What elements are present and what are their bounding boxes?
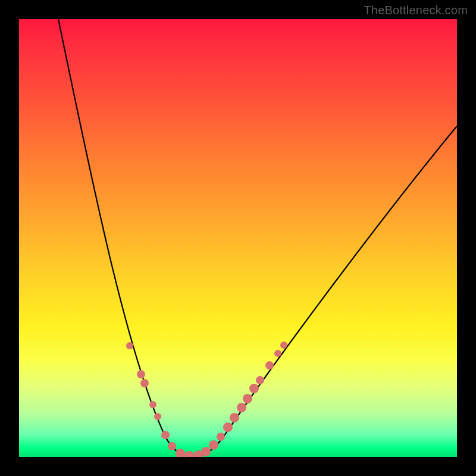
chart-data-dot [137,370,145,378]
chart-data-dot [243,394,252,403]
chart-data-dot [184,451,194,457]
chart-data-dot [274,350,281,357]
chart-data-dot [154,413,161,420]
chart-data-dot [168,442,176,450]
chart-data-dot [149,401,156,408]
chart-data-dot [249,384,259,393]
chart-data-dot [265,361,274,369]
chart-data-dot [237,403,246,412]
chart-data-dot [223,422,233,432]
chart-svg [19,19,457,457]
chart-data-dot [201,447,211,456]
chart-data-dot [140,379,149,387]
chart-data-dot [161,431,170,439]
chart-data-dot [209,440,218,450]
chart-data-dot [280,342,287,349]
watermark-text: TheBottleneck.com [364,4,468,17]
chart-data-dot [256,376,264,384]
chart-data-dot [217,433,225,441]
chart-data-dot [176,449,185,457]
chart-data-dot [230,413,239,422]
chart-plot-area [19,19,457,457]
chart-data-dot [126,342,133,349]
